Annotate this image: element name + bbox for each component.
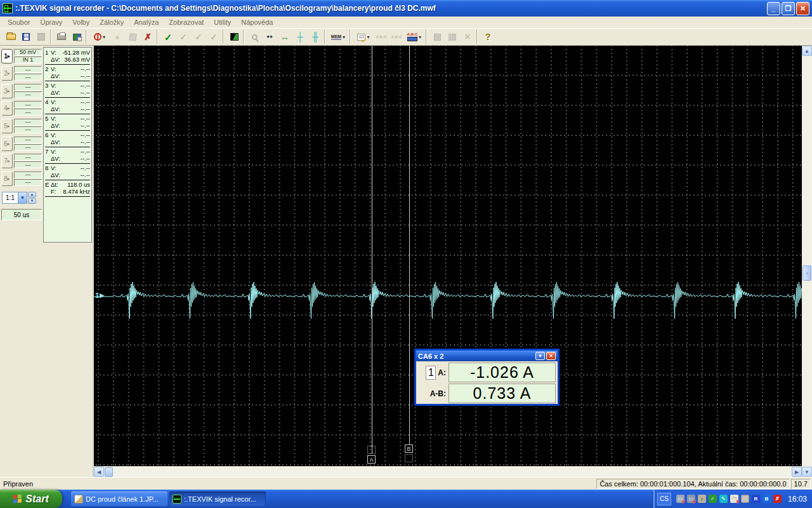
- export-image-button[interactable]: [69, 30, 84, 44]
- menu-analýza[interactable]: Analýza: [129, 17, 164, 27]
- zoom-spin-up-icon[interactable]: ▲: [28, 192, 36, 197]
- cursor-measure-button[interactable]: [292, 30, 308, 44]
- menu-úpravy[interactable]: Úpravy: [35, 17, 67, 27]
- window-title: :.TEXVIK signal recorder - C:\Documents …: [15, 4, 766, 13]
- menu-volby[interactable]: Volby: [67, 17, 95, 27]
- channel-1-trace-marker[interactable]: 1▶: [95, 291, 104, 299]
- measurement-E-value-1: 118.0 us: [58, 181, 90, 188]
- channel-5-label-field[interactable]: ---: [14, 126, 42, 133]
- channel-4-label-field[interactable]: ---: [14, 109, 42, 116]
- annotations-button[interactable]: ▾: [353, 30, 374, 44]
- display-mode-icon: [230, 33, 239, 41]
- taskbar-task-inactive[interactable]: DC proud článek 1.JP...: [71, 491, 167, 506]
- menu-utility[interactable]: Utility: [209, 17, 236, 27]
- channel-5-button[interactable]: 5: [1, 119, 13, 133]
- ca6-measurement-window[interactable]: CA6 x 2 ▼ ✕ 1 A: -1.026 A A-B: 0.733 A: [414, 349, 560, 406]
- scroll-left-icon[interactable]: ◀: [94, 467, 104, 477]
- pen-tablet-icon[interactable]: ✎: [719, 495, 728, 503]
- channel-3-button[interactable]: 3: [1, 84, 13, 98]
- horizontal-scroll-thumb[interactable]: [105, 467, 113, 477]
- close-button[interactable]: ✕: [796, 2, 809, 15]
- fit-view-button[interactable]: [277, 30, 292, 44]
- restore-button[interactable]: ❐: [782, 2, 795, 15]
- channel-8-button[interactable]: 8: [1, 171, 13, 186]
- channel-7-label-field[interactable]: ---: [14, 161, 42, 168]
- channel-4-button[interactable]: 4: [1, 101, 13, 116]
- scroll-right-icon[interactable]: ▶: [792, 467, 802, 477]
- ca6-collapse-icon[interactable]: ▼: [535, 352, 545, 360]
- memory-button[interactable]: ▾: [328, 30, 348, 44]
- network-offline-icon[interactable]: ▭: [676, 495, 684, 503]
- channel-7-range-field[interactable]: ---: [14, 154, 42, 161]
- zoom-spin-down-icon[interactable]: ▼: [28, 198, 36, 204]
- computer-offline-icon[interactable]: ▭: [687, 495, 695, 503]
- channel-3-range-field[interactable]: ---: [14, 84, 42, 91]
- cursor-b-label[interactable]: B: [405, 444, 413, 453]
- bluetooth-icon[interactable]: B: [763, 495, 771, 503]
- channel-1-button[interactable]: 1: [1, 49, 13, 64]
- ca6-close-icon[interactable]: ✕: [546, 352, 556, 360]
- taskbar-task-active[interactable]: :.TEXVIK signal recor...: [169, 491, 266, 506]
- minimize-button[interactable]: _: [767, 2, 780, 15]
- help-button[interactable]: [480, 30, 495, 44]
- delete-marks-button[interactable]: [140, 30, 155, 44]
- ca6-title-bar[interactable]: CA6 x 2 ▼ ✕: [416, 351, 558, 361]
- taskbar-clock[interactable]: 16:03: [788, 495, 807, 504]
- save-file-button[interactable]: [18, 30, 34, 44]
- volume-icon[interactable]: ♪: [698, 495, 706, 503]
- wireless-off-icon[interactable]: ◠: [730, 495, 738, 503]
- cursor-b-line[interactable]: [409, 46, 410, 444]
- channel-6-range-field[interactable]: ---: [14, 137, 42, 144]
- channel-2-range-field[interactable]: ---: [14, 66, 42, 73]
- startup-r-icon[interactable]: R: [752, 495, 760, 503]
- channel-4-range-field[interactable]: ---: [14, 101, 42, 108]
- menu-zobrazovat[interactable]: Zobrazovat: [164, 17, 209, 27]
- menu-záložky[interactable]: Záložky: [95, 17, 129, 27]
- search-button[interactable]: [262, 30, 277, 44]
- scroll-up-icon[interactable]: ▲: [802, 46, 812, 56]
- dropdown-caret-icon[interactable]: ▾: [343, 34, 345, 40]
- channel-3-label-field[interactable]: ---: [14, 91, 42, 98]
- accept-next-icon: [178, 32, 188, 41]
- channel-2-button[interactable]: 2: [1, 66, 13, 81]
- timebase-field[interactable]: 50 us: [1, 209, 42, 220]
- menu-nápověda[interactable]: Nápověda: [236, 17, 278, 27]
- text-format-button[interactable]: ▾: [404, 30, 424, 44]
- vertical-scroll-thumb[interactable]: ≡: [802, 265, 811, 281]
- display-mode-button[interactable]: [226, 30, 242, 44]
- menu-soubor[interactable]: Soubor: [3, 17, 35, 27]
- start-button[interactable]: Start: [0, 490, 62, 508]
- channel-6-button[interactable]: 6: [1, 137, 13, 151]
- print-button[interactable]: [54, 30, 69, 44]
- antivirus-icon[interactable]: ✓: [709, 495, 717, 503]
- cursor-a-label[interactable]: A: [367, 455, 376, 464]
- language-indicator[interactable]: CS: [657, 493, 671, 505]
- channel-1-label-field[interactable]: IN 1: [14, 57, 42, 64]
- vertical-scrollbar[interactable]: ▲ ≡ ▼: [802, 46, 812, 477]
- stop-acquisition-button[interactable]: ❙▾: [89, 30, 110, 44]
- zoom-dropdown-icon[interactable]: ▼: [18, 192, 27, 203]
- touchpad-icon[interactable]: [741, 495, 749, 503]
- open-file-button[interactable]: [3, 30, 18, 44]
- security-shield-icon[interactable]: ✗: [773, 495, 782, 503]
- channel-5-range-field[interactable]: ---: [14, 119, 42, 126]
- dropdown-caret-icon[interactable]: ▾: [103, 34, 105, 40]
- text-forward-icon: [376, 32, 386, 41]
- cursor-measure-icon: [295, 32, 305, 41]
- cursor-a-line[interactable]: [372, 46, 372, 453]
- channel-7-button[interactable]: 7: [1, 154, 13, 168]
- channel-8-label-field[interactable]: ---: [14, 179, 42, 186]
- channel-2-label-field[interactable]: ---: [14, 74, 42, 81]
- scroll-down-icon[interactable]: ▼: [802, 467, 812, 477]
- dropdown-caret-icon[interactable]: ▾: [419, 34, 421, 40]
- channel-6-label-field[interactable]: ---: [14, 144, 42, 151]
- horizontal-scrollbar[interactable]: ◀ ▶: [94, 466, 802, 477]
- cursor-a-handle[interactable]: [367, 446, 376, 454]
- cursor-b-handle[interactable]: [405, 454, 413, 462]
- dropdown-caret-icon[interactable]: ▾: [367, 34, 369, 40]
- accept-button[interactable]: [160, 30, 176, 44]
- zoom-select[interactable]: 1:1 ▼: [2, 192, 27, 204]
- cursor-wave-button[interactable]: [308, 30, 323, 44]
- channel-8-range-field[interactable]: ---: [14, 171, 42, 178]
- channel-1-range-field[interactable]: 50 mV: [14, 49, 42, 56]
